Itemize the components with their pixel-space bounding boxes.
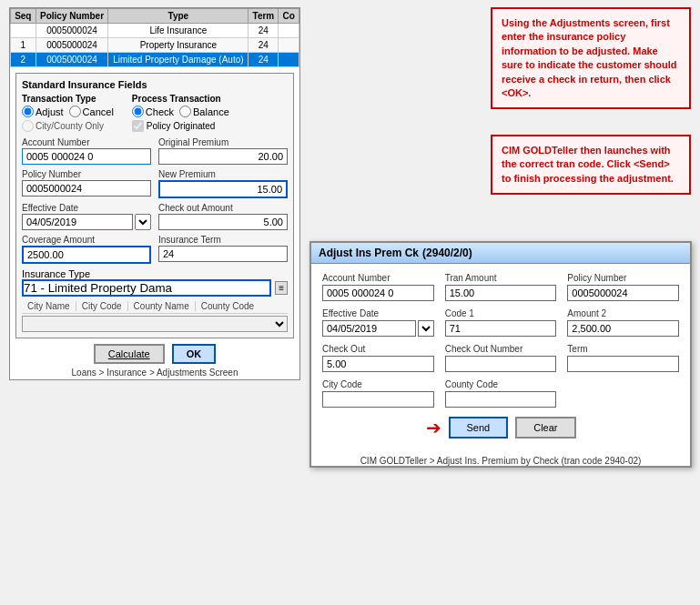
dialog-effdate-dropdown[interactable]: ▼ [418, 320, 434, 337]
dialog-policy-label: Policy Number [567, 273, 679, 283]
new-premium-input[interactable] [158, 180, 288, 198]
account-number-label: Account Number [22, 137, 151, 147]
dialog-field-tran-amount: Tran Amount [445, 273, 557, 301]
dialog-checkout-input[interactable] [322, 356, 434, 372]
field-policy-number: Policy Number [22, 169, 151, 198]
policy-originated-checkbox [132, 120, 144, 132]
dialog-city-code-input[interactable] [322, 391, 434, 408]
field-original-premium: Original Premium [158, 137, 288, 165]
clear-button[interactable]: Clear [515, 417, 575, 439]
new-premium-label: New Premium [158, 169, 288, 179]
dialog-effdate-input[interactable] [322, 320, 416, 337]
effective-date-input[interactable] [22, 214, 133, 230]
dialog-body: Account Number Tran Amount Policy Number… [311, 264, 690, 453]
dialog-field-spacer [567, 379, 679, 408]
dialog-term-label: Term [567, 344, 679, 354]
insurance-term-label: Insurance Term [158, 235, 288, 245]
col-policy: Policy Number [36, 9, 108, 24]
table-row[interactable]: 0005000024 Life Insurance 24 [11, 24, 299, 38]
process-transaction-label: Process Transaction [132, 94, 229, 104]
dialog-tran-amount-label: Tran Amount [445, 273, 557, 283]
insurance-type-list-button[interactable]: ≡ [275, 281, 288, 295]
col-co: Co [279, 9, 299, 24]
radio-balance[interactable]: Balance [179, 106, 229, 117]
insurance-type-input[interactable] [22, 279, 271, 297]
col-type: Type [108, 9, 249, 24]
policy-table: Seq Policy Number Type Term Co 000500002… [10, 8, 299, 67]
dialog-title-bar: Adjust Ins Prem Ck (2940/2/0) [311, 243, 690, 264]
field-insurance-term: Insurance Term [158, 235, 288, 264]
policy-number-label: Policy Number [22, 169, 151, 179]
transaction-type-label: Transaction Type [22, 94, 114, 104]
coverage-amount-label: Coverage Amount [22, 235, 151, 245]
dialog-checkout-label: Check Out [322, 344, 434, 354]
dialog-account-input[interactable] [322, 285, 434, 301]
dialog-policy-input[interactable] [567, 285, 679, 301]
dialog-amount2-input[interactable] [567, 320, 679, 337]
dialog-field-effdate: Effective Date ▼ [322, 308, 434, 337]
dialog-checkout-number-input[interactable] [445, 356, 557, 372]
radio-cancel[interactable]: Cancel [69, 106, 114, 117]
coverage-amount-input[interactable] [22, 246, 151, 264]
original-premium-label: Original Premium [158, 137, 288, 147]
ok-button[interactable]: OK [172, 344, 217, 364]
send-button[interactable]: Send [449, 417, 509, 439]
dialog-field-account: Account Number [322, 273, 434, 301]
dialog-row3: Check Out Check Out Number Term [322, 344, 679, 372]
checkout-amount-input[interactable] [158, 214, 288, 230]
transaction-type-group: Adjust Cancel [22, 106, 114, 117]
effective-date-dropdown[interactable]: ▼ [135, 214, 151, 230]
policy-originated-label: Policy Originated [147, 121, 216, 131]
dialog-row1: Account Number Tran Amount Policy Number [322, 273, 679, 301]
table-row-selected[interactable]: 2 0005000024 Limited Property Damage (Au… [11, 53, 299, 67]
form-buttons: Calculate OK [10, 344, 299, 364]
dialog-code1-input[interactable] [445, 320, 557, 337]
effective-date-label: Effective Date [22, 203, 151, 213]
policy-number-input[interactable] [22, 180, 151, 197]
policy-originated-row: Policy Originated [132, 120, 229, 132]
dialog-caption: CIM GOLDTeller > Adjust Ins. Premium by … [311, 456, 690, 466]
original-premium-input[interactable] [158, 148, 288, 165]
row-account-original: Account Number Original Premium [22, 137, 288, 165]
radio-check[interactable]: Check [132, 106, 174, 117]
insurance-term-input[interactable] [158, 246, 288, 262]
dialog-term-input[interactable] [567, 356, 679, 372]
insurance-form-section: Standard Insurance Fields Transaction Ty… [15, 73, 294, 338]
row-policy-newpremium: Policy Number New Premium [22, 169, 288, 198]
field-insurance-type: Insurance Type ≡ [22, 268, 288, 297]
process-transaction-group: Check Balance [132, 106, 229, 117]
adjust-ins-dialog: Adjust Ins Prem Ck (2940/2/0) Account Nu… [309, 241, 692, 468]
dialog-field-checkout-number: Check Out Number [445, 344, 557, 372]
dialog-buttons: ➔ Send Clear [322, 417, 679, 444]
field-account-number: Account Number [22, 137, 151, 165]
send-arrow-icon: ➔ [426, 417, 441, 439]
dialog-tran-amount-input[interactable] [445, 285, 557, 301]
dialog-row2: Effective Date ▼ Code 1 Amount 2 [322, 308, 679, 337]
dialog-checkout-number-label: Check Out Number [445, 344, 557, 354]
dialog-amount2-label: Amount 2 [567, 308, 679, 318]
dialog-field-term: Term [567, 344, 679, 372]
dialog-county-code-input[interactable] [445, 391, 557, 408]
dialog-effdate-label: Effective Date [322, 308, 434, 318]
dialog-row4: City Code County Code [322, 379, 679, 408]
table-row[interactable]: 1 0005000024 Property Insurance 24 [11, 38, 299, 53]
dialog-code1-label: Code 1 [445, 308, 557, 318]
account-number-input[interactable] [22, 148, 151, 165]
field-checkout-amount: Check out Amount [158, 203, 288, 230]
dialog-field-checkout: Check Out [322, 344, 434, 372]
breadcrumb: Loans > Insurance > Adjustments Screen [10, 368, 299, 378]
city-county-dropdown[interactable] [22, 316, 288, 332]
radio-adjust[interactable]: Adjust [22, 106, 64, 117]
insurance-type-label: Insurance Type [22, 268, 90, 279]
dialog-county-code-label: County Code [445, 379, 557, 389]
city-county-section: City Name City Code County Name County C… [22, 301, 288, 332]
left-panel: Seq Policy Number Type Term Co 000500002… [9, 7, 300, 380]
row-coverage-term: Coverage Amount Insurance Term [22, 235, 288, 264]
tooltip-adjustments: Using the Adjustments screen, first ente… [491, 7, 691, 109]
dialog-title-code: (2940/2/0) [422, 247, 472, 259]
dialog-field-amount2: Amount 2 [567, 308, 679, 337]
calculate-button[interactable]: Calculate [94, 344, 165, 364]
tooltip-adjustments-text: Using the Adjustments screen, first ente… [502, 17, 677, 98]
dialog-title-text: Adjust Ins Prem Ck [319, 247, 419, 259]
checkout-amount-label: Check out Amount [158, 203, 288, 213]
